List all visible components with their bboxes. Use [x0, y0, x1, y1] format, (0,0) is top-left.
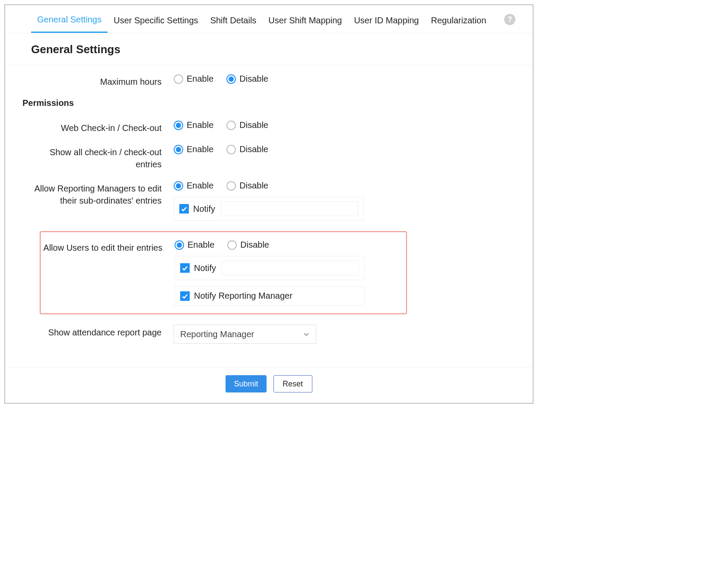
radio-icon [227, 240, 237, 250]
chevron-down-icon [303, 331, 310, 338]
notify-input-users[interactable] [221, 261, 359, 275]
footer-actions: Submit Reset [5, 367, 533, 403]
radio-max-hours-disable[interactable]: Disable [226, 74, 268, 84]
label-web-checkin: Web Check-in / Check-out [22, 120, 174, 134]
radio-icon [226, 181, 236, 191]
checkbox-notify-users-rm[interactable] [180, 291, 190, 301]
check-icon [181, 206, 187, 212]
radio-allow-rm-enable[interactable]: Enable [174, 181, 213, 191]
radio-label: Disable [239, 144, 268, 154]
tab-shift-details[interactable]: Shift Details [204, 11, 263, 32]
radio-web-checkin-disable[interactable]: Disable [226, 120, 268, 130]
radio-label: Disable [239, 181, 268, 191]
notify-box-users: Notify [175, 256, 365, 280]
radio-icon [175, 240, 184, 250]
label-allow-users-edit: Allow Users to edit their entries [41, 240, 175, 254]
radio-allow-users-enable[interactable]: Enable [175, 240, 214, 250]
radio-icon [226, 74, 236, 84]
notify-input-rm[interactable] [220, 201, 358, 216]
radio-allow-users-disable[interactable]: Disable [227, 240, 269, 250]
radio-icon [174, 145, 183, 154]
help-icon[interactable]: ? [504, 14, 515, 25]
notify-box-rm: Notify [174, 197, 364, 221]
tabs-bar: General Settings User Specific Settings … [5, 5, 533, 33]
radio-icon [226, 145, 236, 154]
radio-group-show-all-entries: Enable Disable [174, 144, 515, 154]
notify-rm-label: Notify Reporting Manager [194, 291, 292, 301]
notify-box-users-rm: Notify Reporting Manager [175, 286, 365, 306]
radio-icon [174, 121, 183, 130]
page-title: General Settings [5, 33, 533, 65]
notify-label: Notify [193, 204, 215, 214]
radio-group-max-hours: Enable Disable [174, 74, 515, 84]
row-allow-users-edit: Allow Users to edit their entries Enable… [41, 240, 398, 306]
reset-button[interactable]: Reset [273, 375, 312, 392]
tab-user-id-mapping[interactable]: User ID Mapping [348, 11, 425, 32]
row-show-all-entries: Show all check-in / check-out entries En… [22, 144, 515, 170]
row-maximum-hours: Maximum hours Enable Disable [22, 74, 515, 88]
radio-group-allow-users-edit: Enable Disable [175, 240, 398, 250]
check-icon [182, 265, 188, 271]
tab-user-shift-mapping[interactable]: User Shift Mapping [262, 11, 348, 32]
content-area: Maximum hours Enable Disable Permissions… [5, 65, 533, 367]
radio-label: Enable [188, 240, 214, 250]
row-allow-rm-edit: Allow Reporting Managers to edit their s… [22, 181, 515, 221]
row-web-checkin: Web Check-in / Check-out Enable Disable [22, 120, 515, 134]
label-maximum-hours: Maximum hours [22, 74, 174, 88]
radio-label: Enable [187, 74, 213, 84]
tab-user-specific-settings[interactable]: User Specific Settings [108, 11, 204, 32]
select-value: Reporting Manager [180, 329, 254, 339]
radio-show-all-enable[interactable]: Enable [174, 144, 213, 154]
radio-label: Disable [239, 74, 268, 84]
select-report-page[interactable]: Reporting Manager [174, 325, 316, 344]
submit-button[interactable]: Submit [226, 375, 266, 392]
radio-label: Enable [187, 181, 213, 191]
check-icon [182, 293, 188, 299]
radio-icon [226, 121, 236, 130]
radio-web-checkin-enable[interactable]: Enable [174, 120, 213, 130]
radio-allow-rm-disable[interactable]: Disable [226, 181, 268, 191]
checkbox-notify-users[interactable] [180, 263, 190, 273]
radio-max-hours-enable[interactable]: Enable [174, 74, 213, 84]
radio-group-allow-rm-edit: Enable Disable [174, 181, 515, 191]
radio-label: Enable [187, 120, 213, 130]
radio-show-all-disable[interactable]: Disable [226, 144, 268, 154]
radio-icon [174, 74, 183, 84]
radio-label: Disable [239, 120, 268, 130]
notify-label: Notify [194, 263, 216, 273]
settings-frame: General Settings User Specific Settings … [4, 4, 534, 404]
radio-group-web-checkin: Enable Disable [174, 120, 515, 130]
checkbox-notify-rm[interactable] [179, 204, 189, 214]
tab-general-settings[interactable]: General Settings [31, 10, 108, 33]
radio-icon [174, 181, 183, 191]
section-heading-permissions: Permissions [22, 98, 515, 108]
label-show-report-page: Show attendance report page [22, 325, 174, 338]
row-show-report-page: Show attendance report page Reporting Ma… [22, 325, 515, 344]
radio-label: Enable [187, 144, 213, 154]
tab-regularization[interactable]: Regularization [425, 11, 492, 32]
label-show-all-entries: Show all check-in / check-out entries [22, 144, 174, 170]
highlight-allow-users-edit: Allow Users to edit their entries Enable… [40, 231, 407, 314]
label-allow-rm-edit: Allow Reporting Managers to edit their s… [22, 181, 174, 207]
radio-label: Disable [240, 240, 269, 250]
